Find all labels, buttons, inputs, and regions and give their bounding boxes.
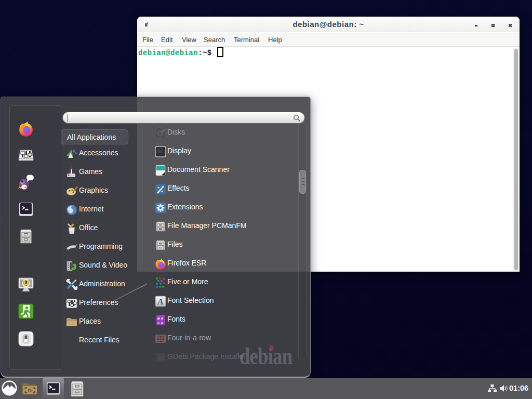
svg-text:a: a	[157, 320, 159, 325]
svg-text:a: a	[161, 320, 164, 325]
svg-text:A: A	[157, 297, 163, 307]
svg-text:D: D	[28, 388, 32, 393]
